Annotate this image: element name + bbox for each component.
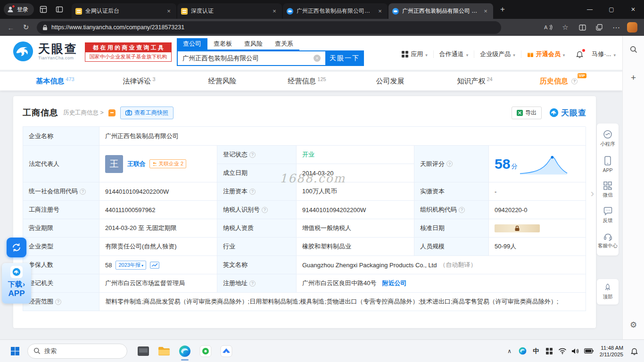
nav-enterprise-products[interactable]: 企业级产品 (474, 50, 521, 58)
help-icon[interactable] (80, 189, 86, 195)
notifications-bell[interactable] (570, 50, 589, 58)
start-button[interactable] (6, 342, 25, 361)
app-download-button[interactable]: APP (597, 152, 619, 177)
workspaces-icon[interactable] (37, 3, 50, 16)
help-icon[interactable] (571, 78, 578, 84)
company-search-input[interactable] (177, 50, 325, 66)
tab-business-info[interactable]: 经营信息125 (265, 72, 349, 90)
trend-chart-icon[interactable] (150, 262, 159, 269)
taskbar-search-box[interactable]: 搜索 (27, 344, 127, 359)
maximize-button[interactable] (601, 0, 622, 19)
split-screen-icon[interactable] (576, 21, 588, 33)
minimize-button[interactable] (579, 0, 601, 19)
browser-profile-avatar[interactable] (627, 22, 637, 33)
carousel-next-icon[interactable] (591, 188, 594, 200)
search-tab-boss[interactable]: 查老板 (207, 38, 238, 49)
file-explorer-button[interactable] (154, 341, 174, 362)
volume-icon[interactable] (570, 345, 582, 358)
tab-intellectual-property[interactable]: 知识产权24 (433, 72, 517, 90)
help-icon[interactable] (249, 280, 256, 287)
history-info-link[interactable]: 历史工商信息 > (63, 109, 104, 117)
mini-program-button[interactable]: 小程序 (597, 125, 619, 152)
search-tab-risk[interactable]: 查风险 (238, 38, 269, 49)
search-tab-company[interactable]: 查公司 (177, 38, 207, 49)
nearby-companies-link[interactable]: 附近公司 (382, 279, 406, 288)
help-icon[interactable] (446, 161, 453, 167)
browser-tab-2[interactable]: 深度认证 (177, 3, 282, 19)
help-icon[interactable] (249, 189, 256, 195)
user-menu[interactable]: 马修·... (589, 50, 616, 58)
tab-close-icon[interactable] (165, 8, 173, 15)
tab-close-icon[interactable] (271, 8, 278, 15)
qr-code-icon (603, 181, 612, 190)
new-tab-button[interactable] (496, 3, 509, 16)
tab-operating-risk[interactable]: 经营风险 (181, 72, 265, 90)
sidebar-add-icon[interactable] (627, 71, 641, 85)
more-options-icon[interactable] (610, 21, 622, 33)
help-icon[interactable] (262, 207, 268, 213)
notice-icon[interactable] (108, 109, 116, 116)
export-button[interactable]: 导出 (512, 107, 542, 119)
tab-actions-icon[interactable] (53, 3, 66, 16)
tray-edge-icon[interactable] (517, 345, 529, 358)
customer-service-button[interactable]: 客服中心 (597, 228, 619, 254)
login-alert-dot (12, 5, 15, 8)
search-button[interactable]: 天眼一下 (325, 50, 364, 66)
download-app-float[interactable]: 下载 APP (2, 263, 31, 304)
favorite-star-icon[interactable] (559, 21, 571, 33)
annual-report-badge[interactable]: 2023年报 (116, 261, 146, 270)
browser-tab-3[interactable]: 广州正西包装制品有限公司_相关 (283, 3, 388, 19)
help-icon[interactable] (459, 207, 465, 213)
tab-close-icon[interactable] (376, 8, 384, 15)
vip-locked-value[interactable] (495, 224, 540, 232)
tab-legal-proceedings[interactable]: 法律诉讼3 (97, 72, 181, 90)
taxpayer-quality-label: 纳税人资质 (217, 219, 297, 238)
legal-rep-link[interactable]: 王联合 (127, 160, 146, 168)
browser-tab-4-active[interactable]: 广州正西包装制品有限公司 - 天 (388, 3, 493, 19)
clear-input-icon[interactable] (314, 55, 321, 62)
blue-app-button[interactable] (216, 341, 237, 362)
feedback-button[interactable]: 反馈 (597, 203, 619, 228)
nav-apps[interactable]: 应用 (396, 50, 434, 58)
profile-person-icon (7, 6, 14, 13)
browser-tab-1[interactable]: 全网认证后台 (72, 3, 176, 19)
wifi-icon[interactable] (556, 345, 569, 358)
read-aloud-icon[interactable]: A (542, 21, 554, 33)
ime-language-indicator[interactable]: 中 (530, 345, 542, 358)
browser-login-chip[interactable]: 登录 (4, 3, 34, 16)
search-area: 查公司 查老板 查风险 查关系 天眼一下 (177, 38, 364, 66)
reg-authority-value: 广州市白云区市场监督管理局 (99, 274, 217, 293)
tab-close-icon[interactable] (482, 8, 489, 15)
close-button[interactable] (622, 0, 644, 19)
back-to-top-button[interactable]: 顶部 (597, 279, 619, 304)
ime-mode-icon[interactable] (543, 345, 555, 358)
tray-expand-icon[interactable] (504, 345, 516, 358)
nav-open-vip[interactable]: 开通会员 (521, 50, 571, 58)
company-type-label: 企业类型 (23, 238, 99, 256)
refresh-float-button[interactable] (7, 238, 26, 257)
wechat-qr-button[interactable]: 微信 (597, 177, 619, 203)
sidebar-search-icon[interactable] (627, 42, 641, 57)
battery-icon[interactable] (583, 345, 595, 358)
help-icon[interactable] (55, 299, 61, 305)
help-icon[interactable] (249, 152, 256, 158)
related-companies-badge[interactable]: 关联企业 2 (149, 159, 186, 168)
notification-bell-icon[interactable] (628, 345, 640, 358)
back-icon[interactable] (5, 21, 17, 33)
snapshot-button[interactable]: 查看工商快照 (120, 107, 173, 119)
taskbar-clock[interactable]: 11:48 AM 2/11/2025 (596, 345, 627, 358)
collections-icon[interactable] (593, 21, 605, 33)
refresh-icon[interactable] (20, 21, 32, 33)
edge-browser-button[interactable] (174, 341, 195, 362)
tianyancha-logo[interactable]: 天眼查 TianYanCha.com (12, 41, 78, 62)
tab-history-info[interactable]: 历史信息 VIP (517, 72, 601, 90)
tab-company-development[interactable]: 公司发展 (349, 72, 433, 90)
snip-preview-button[interactable] (133, 341, 154, 362)
site-header: 天眼查 TianYanCha.com 都 在 用 的 商 业 查 询 工 具 国… (0, 36, 622, 70)
nav-partner-channel[interactable]: 合作通道 (434, 50, 475, 58)
sidebar-settings-gear-icon[interactable] (627, 318, 641, 332)
tab-basic-info[interactable]: 基本信息473 (13, 72, 97, 90)
url-field[interactable]: https://www.tianyancha.com/company/23185… (37, 21, 501, 34)
green-app-button[interactable] (195, 341, 216, 362)
search-tab-relation[interactable]: 查关系 (269, 38, 299, 49)
